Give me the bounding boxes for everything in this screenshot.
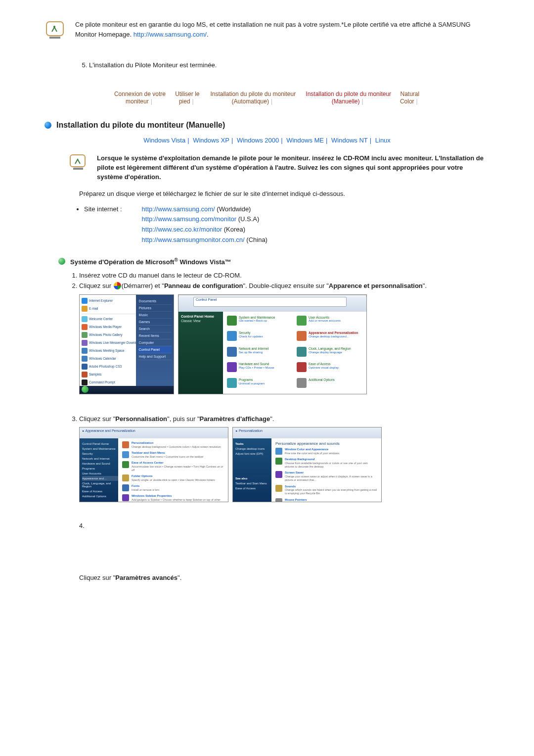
subsection-title-vista: Système d'Opération de Microsoft® Window… — [70, 257, 231, 266]
prepare-disk-text: Préparez un disque vierge et téléchargez… — [79, 190, 490, 197]
vista-step-4-text: Cliquez sur "Paramètres avancés". — [79, 574, 490, 581]
screenshot-start-menu: Internet Explorer E-mail Welcome Center … — [79, 294, 174, 394]
tab-install-auto[interactable]: Installation du pilote du moniteur (Auto… — [204, 91, 303, 106]
os-links: Windows Vista| Windows XP| Windows 2000|… — [44, 137, 490, 144]
os-link-2000[interactable]: Windows 2000 — [237, 137, 279, 144]
os-link-me[interactable]: Windows ME — [286, 137, 324, 144]
windows-logo-icon — [44, 20, 65, 41]
section-bullet-icon — [44, 122, 51, 129]
tab-natural-color[interactable]: Natural Color| — [395, 91, 425, 106]
cd-note-icon — [69, 154, 89, 172]
site-link-usa[interactable]: http://www.samsung.com/monitor — [142, 215, 236, 223]
svg-rect-2 — [49, 37, 60, 39]
screenshot-appearance: ▸ Appearance and Personalization Control… — [79, 427, 228, 502]
site-link-china[interactable]: http://www.samsungmonitor.com.cn/ — [142, 236, 245, 243]
svg-rect-3 — [70, 155, 85, 167]
vista-step-2: Cliquez sur (Démarrer) et "Panneau de co… — [79, 281, 490, 291]
tab-pied[interactable]: Utiliser le pied| — [171, 91, 204, 106]
vista-step-1: Insérez votre CD du manuel dans le lecte… — [79, 271, 490, 281]
screenshot-personalization: ▸ Personalization Tasks Change desktop i… — [232, 427, 382, 502]
site-label: Site internet : — [84, 204, 122, 245]
tab-row: Connexion de votre moniteur| Utiliser le… — [109, 91, 425, 106]
section-title: Installation du pilote du montiteur (Man… — [56, 121, 225, 130]
svg-point-1 — [53, 26, 55, 28]
samsung-homepage-link[interactable]: http://www.samsung.com/ — [134, 31, 207, 38]
site-link-korea[interactable]: http://www.sec.co.kr/monitor — [142, 226, 222, 233]
subsection-bullet-icon — [58, 258, 65, 265]
screenshot-control-panel: Control Panel Control Panel Home Classic… — [178, 294, 367, 394]
svg-rect-4 — [73, 168, 83, 170]
start-orb-icon — [114, 282, 121, 289]
tab-connexion[interactable]: Connexion de votre moniteur| — [109, 91, 171, 106]
vista-step-3: Cliquez sur "Personnalisation", puis sur… — [79, 414, 490, 425]
vista-step-4-number: 4. — [79, 522, 490, 529]
tab-install-manuelle[interactable]: Installation du pilote du moniteur (Manu… — [303, 91, 395, 106]
step-5: L'installation du Pilote Moniteur est te… — [89, 60, 490, 71]
insert-cd-note: Lorsque le système d'exploitation demand… — [97, 154, 490, 182]
os-link-linux[interactable]: Linux — [375, 137, 391, 144]
os-link-nt[interactable]: Windows NT — [331, 137, 368, 144]
warranty-paragraph: Ce pilote moniteur est en garantie du lo… — [75, 20, 490, 39]
os-link-xp[interactable]: Windows XP — [193, 137, 229, 144]
os-link-vista[interactable]: Windows Vista — [143, 137, 185, 144]
site-link-world[interactable]: http://www.samsung.com/ — [142, 205, 215, 213]
